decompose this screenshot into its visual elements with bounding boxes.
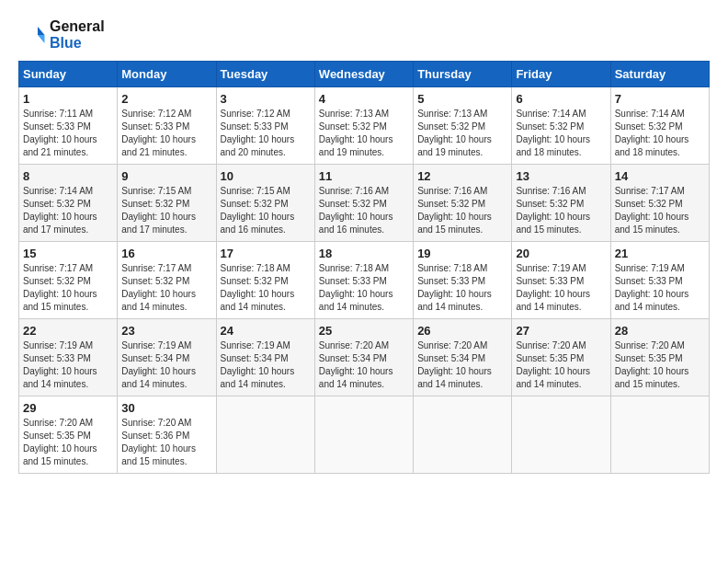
day-info: Sunrise: 7:20 AM Sunset: 5:35 PM Dayligh… bbox=[516, 339, 606, 391]
day-info: Sunrise: 7:20 AM Sunset: 5:35 PM Dayligh… bbox=[23, 417, 113, 468]
calendar-cell: 4Sunrise: 7:13 AM Sunset: 5:32 PM Daylig… bbox=[314, 87, 413, 165]
logo-icon bbox=[18, 21, 46, 49]
calendar-cell: 3Sunrise: 7:12 AM Sunset: 5:33 PM Daylig… bbox=[216, 87, 314, 165]
page-header: General Blue bbox=[18, 18, 710, 52]
svg-marker-1 bbox=[38, 35, 45, 43]
calendar-cell: 12Sunrise: 7:16 AM Sunset: 5:32 PM Dayli… bbox=[414, 165, 512, 242]
calendar-cell bbox=[414, 396, 512, 474]
day-info: Sunrise: 7:13 AM Sunset: 5:32 PM Dayligh… bbox=[417, 108, 507, 159]
calendar-cell: 17Sunrise: 7:18 AM Sunset: 5:32 PM Dayli… bbox=[216, 242, 314, 319]
day-info: Sunrise: 7:15 AM Sunset: 5:32 PM Dayligh… bbox=[221, 185, 311, 236]
day-info: Sunrise: 7:17 AM Sunset: 5:32 PM Dayligh… bbox=[23, 262, 113, 314]
calendar-cell: 19Sunrise: 7:18 AM Sunset: 5:33 PM Dayli… bbox=[414, 242, 512, 319]
weekday-header-sunday: Sunday bbox=[19, 62, 118, 87]
day-number: 6 bbox=[516, 92, 606, 106]
day-info: Sunrise: 7:14 AM Sunset: 5:32 PM Dayligh… bbox=[23, 185, 113, 236]
day-info: Sunrise: 7:16 AM Sunset: 5:32 PM Dayligh… bbox=[516, 185, 606, 236]
calendar-cell: 21Sunrise: 7:19 AM Sunset: 5:33 PM Dayli… bbox=[610, 242, 709, 319]
day-info: Sunrise: 7:16 AM Sunset: 5:32 PM Dayligh… bbox=[319, 185, 409, 236]
day-number: 29 bbox=[23, 401, 113, 415]
week-row-3: 15Sunrise: 7:17 AM Sunset: 5:32 PM Dayli… bbox=[19, 242, 710, 319]
logo-text-general: General bbox=[50, 18, 105, 35]
calendar-cell: 10Sunrise: 7:15 AM Sunset: 5:32 PM Dayli… bbox=[216, 165, 314, 242]
day-number: 30 bbox=[121, 401, 211, 415]
calendar-cell: 6Sunrise: 7:14 AM Sunset: 5:32 PM Daylig… bbox=[512, 87, 610, 165]
day-number: 1 bbox=[23, 92, 113, 106]
logo-text-blue: Blue bbox=[50, 35, 105, 52]
day-info: Sunrise: 7:19 AM Sunset: 5:33 PM Dayligh… bbox=[516, 262, 606, 314]
weekday-header-wednesday: Wednesday bbox=[314, 62, 413, 87]
weekday-header-tuesday: Tuesday bbox=[216, 62, 314, 87]
day-number: 25 bbox=[319, 324, 409, 338]
calendar-cell: 15Sunrise: 7:17 AM Sunset: 5:32 PM Dayli… bbox=[19, 242, 118, 319]
calendar-cell: 30Sunrise: 7:20 AM Sunset: 5:36 PM Dayli… bbox=[118, 396, 216, 474]
day-info: Sunrise: 7:18 AM Sunset: 5:33 PM Dayligh… bbox=[319, 262, 409, 314]
calendar-cell bbox=[512, 396, 610, 474]
svg-marker-0 bbox=[38, 27, 45, 35]
calendar-cell: 26Sunrise: 7:20 AM Sunset: 5:34 PM Dayli… bbox=[414, 319, 512, 396]
day-info: Sunrise: 7:11 AM Sunset: 5:33 PM Dayligh… bbox=[23, 108, 113, 159]
calendar-cell: 11Sunrise: 7:16 AM Sunset: 5:32 PM Dayli… bbox=[314, 165, 413, 242]
weekday-header-row: SundayMondayTuesdayWednesdayThursdayFrid… bbox=[19, 62, 710, 87]
day-info: Sunrise: 7:20 AM Sunset: 5:34 PM Dayligh… bbox=[417, 339, 507, 391]
day-info: Sunrise: 7:19 AM Sunset: 5:33 PM Dayligh… bbox=[615, 262, 705, 314]
calendar-cell: 20Sunrise: 7:19 AM Sunset: 5:33 PM Dayli… bbox=[512, 242, 610, 319]
day-number: 21 bbox=[615, 247, 705, 260]
day-number: 16 bbox=[121, 247, 211, 260]
calendar-cell: 16Sunrise: 7:17 AM Sunset: 5:32 PM Dayli… bbox=[118, 242, 216, 319]
calendar-cell: 24Sunrise: 7:19 AM Sunset: 5:34 PM Dayli… bbox=[216, 319, 314, 396]
calendar-cell bbox=[610, 396, 709, 474]
day-info: Sunrise: 7:12 AM Sunset: 5:33 PM Dayligh… bbox=[121, 108, 211, 159]
day-info: Sunrise: 7:18 AM Sunset: 5:32 PM Dayligh… bbox=[221, 262, 311, 314]
day-number: 19 bbox=[417, 247, 507, 260]
day-info: Sunrise: 7:20 AM Sunset: 5:36 PM Dayligh… bbox=[121, 417, 211, 468]
day-number: 24 bbox=[221, 324, 311, 338]
day-number: 5 bbox=[417, 92, 507, 106]
calendar-cell: 1Sunrise: 7:11 AM Sunset: 5:33 PM Daylig… bbox=[19, 87, 118, 165]
weekday-header-monday: Monday bbox=[118, 62, 216, 87]
day-info: Sunrise: 7:14 AM Sunset: 5:32 PM Dayligh… bbox=[516, 108, 606, 159]
day-number: 7 bbox=[615, 92, 705, 106]
calendar-cell: 13Sunrise: 7:16 AM Sunset: 5:32 PM Dayli… bbox=[512, 165, 610, 242]
weekday-header-saturday: Saturday bbox=[610, 62, 709, 87]
day-info: Sunrise: 7:17 AM Sunset: 5:32 PM Dayligh… bbox=[121, 262, 211, 314]
calendar-cell: 2Sunrise: 7:12 AM Sunset: 5:33 PM Daylig… bbox=[118, 87, 216, 165]
day-info: Sunrise: 7:19 AM Sunset: 5:34 PM Dayligh… bbox=[121, 339, 211, 391]
calendar-cell: 7Sunrise: 7:14 AM Sunset: 5:32 PM Daylig… bbox=[610, 87, 709, 165]
day-number: 23 bbox=[121, 324, 211, 338]
day-number: 11 bbox=[319, 169, 409, 183]
calendar-table: SundayMondayTuesdayWednesdayThursdayFrid… bbox=[18, 61, 710, 474]
day-info: Sunrise: 7:20 AM Sunset: 5:35 PM Dayligh… bbox=[615, 339, 705, 391]
calendar-cell bbox=[216, 396, 314, 474]
weekday-header-thursday: Thursday bbox=[414, 62, 512, 87]
day-number: 15 bbox=[23, 247, 113, 260]
day-number: 18 bbox=[319, 247, 409, 260]
day-number: 22 bbox=[23, 324, 113, 338]
day-info: Sunrise: 7:13 AM Sunset: 5:32 PM Dayligh… bbox=[319, 108, 409, 159]
day-info: Sunrise: 7:19 AM Sunset: 5:34 PM Dayligh… bbox=[221, 339, 311, 391]
day-info: Sunrise: 7:14 AM Sunset: 5:32 PM Dayligh… bbox=[615, 108, 705, 159]
weekday-header-friday: Friday bbox=[512, 62, 610, 87]
logo: General Blue bbox=[18, 18, 105, 52]
day-number: 27 bbox=[516, 324, 606, 338]
day-info: Sunrise: 7:15 AM Sunset: 5:32 PM Dayligh… bbox=[121, 185, 211, 236]
day-number: 17 bbox=[221, 247, 311, 260]
calendar-cell: 27Sunrise: 7:20 AM Sunset: 5:35 PM Dayli… bbox=[512, 319, 610, 396]
day-number: 20 bbox=[516, 247, 606, 260]
day-info: Sunrise: 7:16 AM Sunset: 5:32 PM Dayligh… bbox=[417, 185, 507, 236]
day-number: 12 bbox=[417, 169, 507, 183]
day-number: 28 bbox=[615, 324, 705, 338]
calendar-cell: 8Sunrise: 7:14 AM Sunset: 5:32 PM Daylig… bbox=[19, 165, 118, 242]
day-info: Sunrise: 7:18 AM Sunset: 5:33 PM Dayligh… bbox=[417, 262, 507, 314]
calendar-cell: 9Sunrise: 7:15 AM Sunset: 5:32 PM Daylig… bbox=[118, 165, 216, 242]
calendar-cell bbox=[314, 396, 413, 474]
day-info: Sunrise: 7:12 AM Sunset: 5:33 PM Dayligh… bbox=[221, 108, 311, 159]
day-number: 10 bbox=[221, 169, 311, 183]
calendar-cell: 28Sunrise: 7:20 AM Sunset: 5:35 PM Dayli… bbox=[610, 319, 709, 396]
day-number: 2 bbox=[121, 92, 211, 106]
day-number: 14 bbox=[615, 169, 705, 183]
week-row-5: 29Sunrise: 7:20 AM Sunset: 5:35 PM Dayli… bbox=[19, 396, 710, 474]
day-number: 13 bbox=[516, 169, 606, 183]
week-row-1: 1Sunrise: 7:11 AM Sunset: 5:33 PM Daylig… bbox=[19, 87, 710, 165]
calendar-cell: 23Sunrise: 7:19 AM Sunset: 5:34 PM Dayli… bbox=[118, 319, 216, 396]
